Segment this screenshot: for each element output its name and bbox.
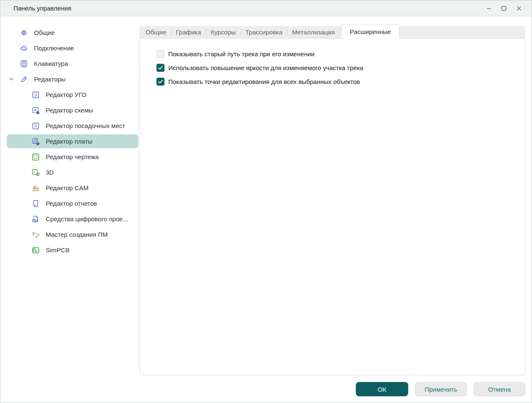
tab-label: Общие bbox=[146, 29, 166, 36]
maximize-icon bbox=[501, 5, 507, 11]
tab-label: Расширенные bbox=[350, 28, 391, 35]
board-gear-icon bbox=[31, 137, 40, 146]
control-panel-window: Панель управления Общие Подключение bbox=[0, 0, 532, 403]
svg-text:S: S bbox=[34, 92, 37, 97]
sidebar-item-label: Редактор УГО bbox=[46, 91, 86, 98]
sidebar-item-3d[interactable]: 3D bbox=[0, 165, 139, 180]
tab-routing[interactable]: Трассировка bbox=[245, 26, 282, 38]
cloud-icon bbox=[20, 44, 28, 52]
tab-advanced[interactable]: Расширенные bbox=[341, 24, 400, 39]
checkbox-checked-icon[interactable] bbox=[156, 64, 164, 72]
tab-graphics[interactable]: Графика bbox=[176, 26, 201, 38]
schematic-gear-icon bbox=[31, 106, 40, 115]
svg-text:HDL: HDL bbox=[33, 220, 37, 222]
checkbox-checked-icon[interactable] bbox=[156, 78, 164, 86]
s-square-icon: S bbox=[31, 91, 40, 99]
sidebar-item-symbol-editor[interactable]: S Редактор УГО bbox=[0, 87, 139, 102]
sidebar-item-general[interactable]: Общие bbox=[0, 25, 139, 40]
checkbox-highlight-modified-track[interactable]: Использовать повышение яркости для измен… bbox=[156, 64, 363, 72]
ok-button[interactable]: ОК bbox=[356, 382, 408, 396]
sidebar-item-label: Редактор CAM bbox=[46, 184, 89, 191]
settings-content-panel: Показывать старый путь трека при его изм… bbox=[139, 38, 525, 375]
checkbox-show-old-track-path[interactable]: Показывать старый путь трека при его изм… bbox=[156, 50, 363, 58]
sidebar-item-label: Средства цифрового прое... bbox=[46, 215, 128, 222]
sidebar-item-label: 3D bbox=[46, 169, 54, 176]
tab-plating[interactable]: Металлизация bbox=[292, 26, 335, 38]
apply-button[interactable]: Применить bbox=[415, 382, 467, 396]
pencil-icon bbox=[20, 75, 28, 84]
f-magic-wand-icon: F bbox=[31, 230, 40, 239]
checkbox-label: Использовать повышение яркости для измен… bbox=[168, 64, 363, 71]
tab-separator bbox=[206, 29, 206, 35]
tab-general[interactable]: Общие bbox=[146, 26, 166, 38]
sidebar-item-schematic-editor[interactable]: Редактор схемы bbox=[0, 102, 139, 118]
cancel-button[interactable]: Отмена bbox=[474, 382, 525, 396]
sidebar-item-connection[interactable]: Подключение bbox=[0, 40, 139, 56]
tab-separator bbox=[171, 29, 171, 35]
drawing-frame-icon bbox=[31, 153, 40, 161]
check-icon bbox=[158, 65, 163, 71]
sidebar-item-cam-editor[interactable]: Редактор CAM bbox=[0, 180, 139, 196]
titlebar: Панель управления bbox=[0, 0, 532, 16]
checkbox-unchecked-icon[interactable] bbox=[156, 50, 164, 58]
sidebar-item-label: Клавиатура bbox=[34, 60, 68, 67]
sidebar-item-footprint-wizard[interactable]: F Мастер создания ПМ bbox=[0, 227, 139, 242]
sidebar-item-hdl-tools[interactable]: HDL Средства цифрового прое... bbox=[0, 211, 139, 227]
minimize-icon bbox=[486, 5, 492, 11]
close-icon bbox=[516, 5, 522, 11]
sidebar-item-simpcb[interactable]: SimPCB bbox=[0, 242, 139, 258]
document-icon bbox=[31, 199, 40, 208]
sidebar-item-drawing-editor[interactable]: Редактор чертежа bbox=[0, 149, 139, 165]
sidebar-item-label: Редактор платы bbox=[46, 138, 92, 145]
sidebar-item-report-editor[interactable]: Редактор отчетов bbox=[0, 196, 139, 211]
f-square-icon: F bbox=[31, 122, 40, 130]
checkbox-label: Показывать старый путь трека при его изм… bbox=[168, 50, 315, 58]
sidebar-item-label: Подключение bbox=[34, 44, 74, 52]
svg-text:F: F bbox=[34, 123, 37, 128]
tab-separator bbox=[240, 29, 241, 35]
sidebar-item-label: Мастер создания ПМ bbox=[46, 231, 108, 238]
keyboard-key-icon: A bbox=[20, 60, 28, 68]
sidebar-item-label: Редактор отчетов bbox=[46, 200, 97, 207]
pcb-cube-icon bbox=[31, 168, 40, 177]
tab-label: Трассировка bbox=[245, 29, 282, 36]
maximize-button[interactable] bbox=[496, 1, 511, 16]
sidebar-item-keyboard[interactable]: A Клавиатура bbox=[0, 56, 139, 71]
minimize-button[interactable] bbox=[481, 1, 496, 16]
settings-tabbar: Общие Графика Курсоры Трассировка Металл… bbox=[139, 24, 525, 38]
window-controls bbox=[481, 0, 527, 16]
window-title: Панель управления bbox=[13, 5, 71, 12]
close-button[interactable] bbox=[511, 1, 527, 16]
factory-icon bbox=[31, 184, 40, 192]
advanced-settings-list: Показывать старый путь трека при его изм… bbox=[156, 50, 363, 92]
svg-text:A: A bbox=[23, 61, 25, 64]
sidebar-item-label: Редакторы bbox=[34, 76, 65, 83]
gear-icon bbox=[20, 29, 28, 37]
sidebar-item-label: Редактор посадочных мест bbox=[46, 122, 125, 129]
tab-separator bbox=[287, 29, 287, 35]
sidebar-item-footprint-editor[interactable]: F Редактор посадочных мест bbox=[0, 118, 139, 133]
checkbox-label: Показывать точки редактирования для всех… bbox=[168, 78, 360, 85]
sidebar-item-label: Редактор чертежа bbox=[46, 153, 99, 160]
tab-cursors[interactable]: Курсоры bbox=[211, 26, 236, 38]
tab-label: Металлизация bbox=[292, 29, 335, 36]
tab-label: Графика bbox=[176, 29, 201, 36]
sidebar-item-editors[interactable]: Редакторы bbox=[0, 71, 139, 87]
chevron-down-icon[interactable] bbox=[8, 76, 14, 82]
svg-text:F: F bbox=[33, 231, 36, 236]
tab-label: Курсоры bbox=[211, 29, 236, 36]
check-icon bbox=[158, 79, 163, 84]
settings-nav-tree: Общие Подключение A Клавиатура Редакторы bbox=[0, 25, 139, 258]
hdl-document-icon: HDL bbox=[31, 215, 40, 223]
sidebar-item-label: Редактор схемы bbox=[46, 107, 93, 114]
sidebar-item-board-editor[interactable]: Редактор платы bbox=[7, 134, 138, 148]
sidebar-item-label: Общие bbox=[34, 29, 55, 36]
checkbox-show-edit-points[interactable]: Показывать точки редактирования для всех… bbox=[156, 78, 363, 86]
waveform-icon bbox=[31, 246, 40, 254]
sidebar-item-label: SimPCB bbox=[46, 246, 70, 254]
